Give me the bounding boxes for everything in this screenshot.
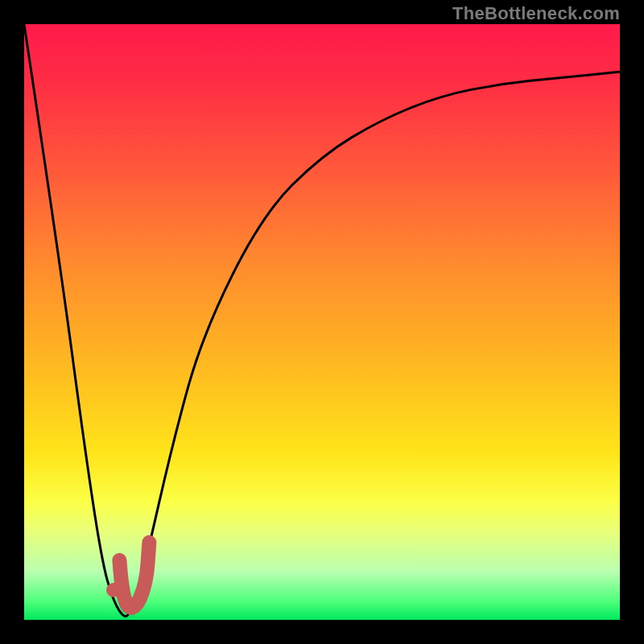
plot-area [24,24,620,620]
curve-layer [24,24,620,620]
chart-frame: TheBottleneck.com [0,0,644,644]
watermark-text: TheBottleneck.com [452,3,620,24]
optimum-marker-hook [119,543,149,608]
bottleneck-curve [24,24,620,617]
optimum-marker-dot [106,583,121,597]
